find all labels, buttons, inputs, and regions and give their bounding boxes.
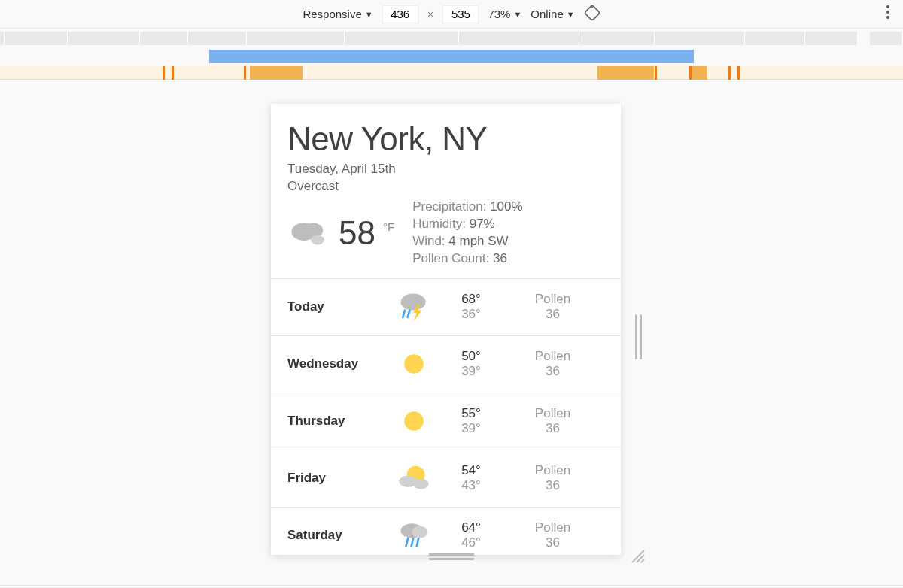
current-temp: 58 <box>339 214 375 252</box>
viewport-range-bar <box>0 50 903 63</box>
resize-handle-corner[interactable] <box>629 547 646 564</box>
sunny-icon <box>399 406 429 436</box>
weather-card: New York, NY Tuesday, April 15th Overcas… <box>271 104 621 555</box>
status-bar <box>0 585 903 588</box>
svg-line-19 <box>641 559 644 562</box>
weather-stats: Precipitation: 100% Humidity: 97% Wind: … <box>412 199 522 268</box>
rotate-icon[interactable] <box>584 5 600 23</box>
forecast-day: Thursday <box>287 414 387 429</box>
dimension-separator: × <box>427 8 434 20</box>
device-toolbar: Responsive ▼ × 73% ▼ Online ▼ <box>0 0 903 29</box>
condition-line: Overcast <box>287 178 604 195</box>
sunny-icon <box>399 349 429 379</box>
partly-sunny-icon <box>397 463 431 493</box>
more-options-icon[interactable] <box>886 5 889 19</box>
forecast-day: Today <box>287 299 387 314</box>
device-frame: New York, NY Tuesday, April 15th Overcas… <box>271 104 632 555</box>
chevron-down-icon: ▼ <box>567 10 575 19</box>
resize-handle-right[interactable] <box>634 314 643 359</box>
device-select[interactable]: Responsive ▼ <box>303 8 372 20</box>
storm-icon <box>397 289 431 324</box>
ruler-ticks <box>0 29 903 48</box>
throttle-select[interactable]: Online ▼ <box>531 8 574 20</box>
date-line: Tuesday, April 15th <box>287 161 604 178</box>
device-select-label: Responsive <box>303 8 361 20</box>
forecast-day: Saturday <box>287 528 387 543</box>
height-input[interactable] <box>442 5 479 23</box>
breakpoint-bar <box>0 66 903 80</box>
width-input[interactable] <box>382 5 418 23</box>
resize-handle-bottom[interactable] <box>429 553 474 561</box>
zoom-select[interactable]: 73% ▼ <box>488 8 521 20</box>
throttle-label: Online <box>531 8 563 20</box>
overcast-icon <box>287 215 331 251</box>
chevron-down-icon: ▼ <box>365 10 373 19</box>
forecast-row: Today 68°36° Pollen36 <box>271 278 621 335</box>
forecast-row: Friday 54°43° Pollen36 <box>271 450 621 507</box>
chevron-down-icon: ▼ <box>513 10 521 19</box>
forecast-row: Wednesday 50°39° Pollen36 <box>271 335 621 393</box>
forecast-row: Saturday 64°46° Pollen36 <box>271 507 621 555</box>
forecast-day: Wednesday <box>287 356 387 371</box>
city-title: New York, NY <box>287 120 604 158</box>
forecast-row: Thursday 55°39° Pollen36 <box>271 393 621 450</box>
forecast-day: Friday <box>287 471 387 486</box>
showers-icon <box>397 519 430 552</box>
zoom-label: 73% <box>488 8 510 20</box>
temp-unit: °F <box>383 220 394 233</box>
